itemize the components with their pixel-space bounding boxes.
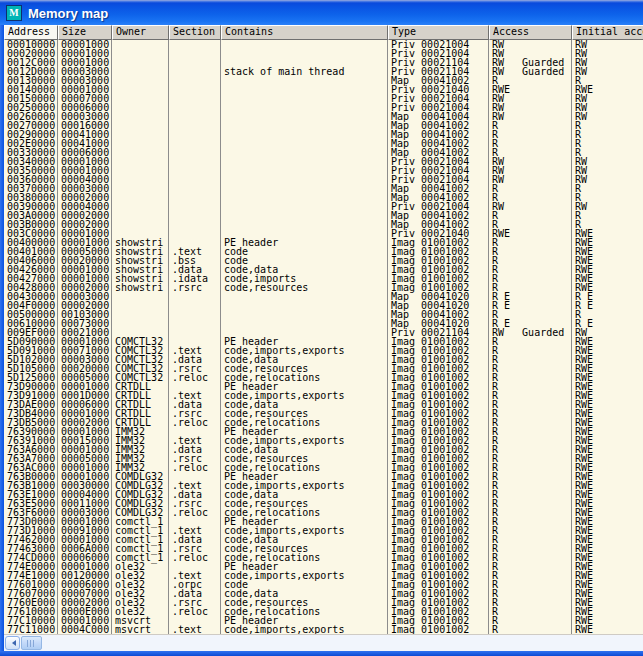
cell-owner bbox=[112, 193, 169, 202]
cell-access: RW bbox=[489, 202, 572, 211]
cell-section bbox=[169, 49, 221, 58]
cell-initial_access: RWE bbox=[572, 517, 643, 526]
column-header-section[interactable]: Section bbox=[169, 25, 221, 40]
cell-owner bbox=[112, 184, 169, 193]
cell-owner bbox=[112, 85, 169, 94]
cell-initial_access: RWE bbox=[572, 256, 643, 265]
cell-access: R bbox=[489, 400, 572, 409]
horizontal-scrollbar[interactable] bbox=[4, 634, 643, 651]
cell-owner bbox=[112, 139, 169, 148]
column-header-size[interactable]: Size bbox=[58, 25, 112, 40]
cell-section bbox=[169, 211, 221, 220]
cell-initial_access: RWE bbox=[572, 481, 643, 490]
cell-initial_access: RWE bbox=[572, 283, 643, 292]
cell-section bbox=[169, 139, 221, 148]
cell-access: R bbox=[489, 445, 572, 454]
column-header-access[interactable]: Access bbox=[489, 25, 572, 40]
cell-section: .text bbox=[169, 625, 221, 634]
window-bottom-border bbox=[0, 651, 643, 656]
cell-access: R bbox=[489, 616, 572, 625]
scrollbar-thumb[interactable] bbox=[21, 636, 42, 650]
cell-initial_access: RWE bbox=[572, 436, 643, 445]
cell-size: 0004C000 bbox=[58, 625, 112, 634]
cell-contains bbox=[221, 157, 388, 166]
cell-section bbox=[169, 67, 221, 76]
cell-initial_access: RWE bbox=[572, 625, 643, 634]
cell-initial_access: RWE bbox=[572, 229, 643, 238]
cell-section bbox=[169, 58, 221, 67]
cell-initial_access: RWE bbox=[572, 499, 643, 508]
cell-owner bbox=[112, 40, 169, 49]
memory-map-client: AddressSizeOwnerSectionContainsTypeAcces… bbox=[4, 25, 643, 651]
scroll-left-button[interactable] bbox=[5, 636, 20, 650]
cell-initial_access: RWE bbox=[572, 607, 643, 616]
cell-contains bbox=[221, 85, 388, 94]
cell-access: R bbox=[489, 490, 572, 499]
cell-initial_access: RWE bbox=[572, 535, 643, 544]
cell-access: RW bbox=[489, 175, 572, 184]
column-header-contains[interactable]: Contains bbox=[221, 25, 388, 40]
table-row[interactable]: 77C110000004C000msvcrt.textcode,imports,… bbox=[4, 625, 643, 634]
cell-access: R bbox=[489, 364, 572, 373]
cell-owner bbox=[112, 148, 169, 157]
cell-initial_access: RWE bbox=[572, 472, 643, 481]
cell-owner: showstri bbox=[112, 283, 169, 292]
column-header-address[interactable]: Address bbox=[4, 25, 58, 40]
cell-contains bbox=[221, 211, 388, 220]
cell-initial_access: RWE bbox=[572, 400, 643, 409]
cell-section bbox=[169, 202, 221, 211]
cell-initial_access: RWE bbox=[572, 580, 643, 589]
cell-initial_access: RWE bbox=[572, 238, 643, 247]
cell-initial_access: RWE bbox=[572, 562, 643, 571]
cell-contains bbox=[221, 319, 388, 328]
column-header-initial_access[interactable]: Initial access bbox=[572, 25, 643, 40]
cell-initial_access: R bbox=[572, 130, 643, 139]
cell-contains bbox=[221, 148, 388, 157]
cell-initial_access: RW bbox=[572, 112, 643, 121]
cell-section bbox=[169, 166, 221, 175]
cell-section: .reloc bbox=[169, 373, 221, 382]
cell-access: R bbox=[489, 571, 572, 580]
cell-section bbox=[169, 220, 221, 229]
cell-initial_access: RWE bbox=[572, 571, 643, 580]
cell-contains: stack of main thread bbox=[221, 67, 388, 76]
cell-initial_access: RWE bbox=[572, 364, 643, 373]
cell-initial_access: RW bbox=[572, 58, 643, 67]
cell-contains bbox=[221, 112, 388, 121]
cell-access: R bbox=[489, 274, 572, 283]
cell-section bbox=[169, 301, 221, 310]
titlebar[interactable]: M Memory map bbox=[0, 0, 643, 25]
cell-access: R bbox=[489, 427, 572, 436]
cell-initial_access: R bbox=[572, 139, 643, 148]
cell-section bbox=[169, 184, 221, 193]
cell-access: R bbox=[489, 436, 572, 445]
cell-owner bbox=[112, 292, 169, 301]
cell-initial_access: RWE bbox=[572, 418, 643, 427]
cell-initial_access: RW bbox=[572, 328, 643, 337]
cell-access: R bbox=[489, 382, 572, 391]
cell-access: R bbox=[489, 409, 572, 418]
column-header-type[interactable]: Type bbox=[388, 25, 489, 40]
cell-access: R bbox=[489, 418, 572, 427]
cell-initial_access: R bbox=[572, 184, 643, 193]
cell-section bbox=[169, 85, 221, 94]
cell-owner bbox=[112, 103, 169, 112]
cell-initial_access: RWE bbox=[572, 427, 643, 436]
cell-contains bbox=[221, 49, 388, 58]
cell-access: R bbox=[489, 463, 572, 472]
cell-initial_access: RWE bbox=[572, 526, 643, 535]
cell-type: Imag 01001002 bbox=[388, 625, 489, 634]
cell-owner bbox=[112, 157, 169, 166]
column-header-owner[interactable]: Owner bbox=[112, 25, 169, 40]
cell-section bbox=[169, 130, 221, 139]
cell-contains bbox=[221, 40, 388, 49]
cell-access: RW Guarded bbox=[489, 328, 572, 337]
cell-contains bbox=[221, 184, 388, 193]
table-body: 0001000000001000Priv 00021004RWRW0002000… bbox=[4, 40, 643, 634]
cell-access: R bbox=[489, 121, 572, 130]
cell-initial_access: R E bbox=[572, 292, 643, 301]
cell-access: R bbox=[489, 499, 572, 508]
cell-owner bbox=[112, 211, 169, 220]
cell-initial_access: R bbox=[572, 211, 643, 220]
cell-access: RW Guarded bbox=[489, 67, 572, 76]
